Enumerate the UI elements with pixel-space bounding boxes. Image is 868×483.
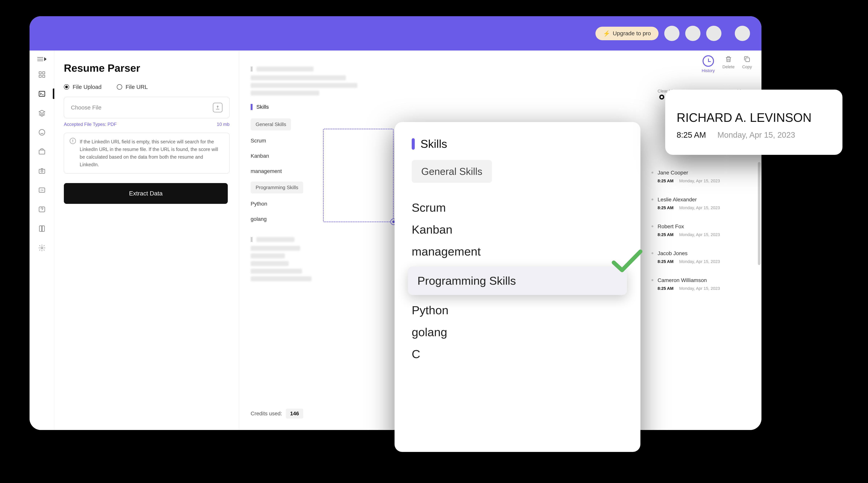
radio-file-upload[interactable]: File Upload <box>64 84 101 90</box>
nav-terminal-icon[interactable] <box>37 88 47 99</box>
popup-skill: golang <box>412 325 623 339</box>
timeline-marker-icon <box>659 95 664 99</box>
popup-programming-skills-highlight: Programming Skills <box>408 267 627 295</box>
history-label: History <box>702 68 715 73</box>
nav-layers-icon[interactable] <box>37 108 47 118</box>
popup-skill: Kanban <box>412 223 623 236</box>
accepted-types-label: Accepted File Types: PDF <box>64 122 117 127</box>
svg-text:24: 24 <box>40 189 43 192</box>
choose-file-input[interactable]: Choose File <box>64 97 229 118</box>
history-item-name: Robert Fox <box>658 223 741 230</box>
svg-rect-1 <box>42 72 45 74</box>
section-bar-icon <box>412 138 415 150</box>
trash-icon <box>725 55 732 63</box>
upgrade-label: Upgrade to pro <box>613 30 651 37</box>
nav-settings-icon[interactable] <box>37 243 47 253</box>
popup-skill: management <box>412 245 623 258</box>
scrollbar[interactable] <box>758 162 761 265</box>
svg-rect-0 <box>39 72 41 74</box>
history-card-popup: RICHARD A. LEVINSON 8:25 AM Monday, Apr … <box>665 90 842 155</box>
svg-rect-7 <box>39 169 45 173</box>
credits-value: 146 <box>286 409 303 419</box>
info-callout: ! If the LinkedIn URL field is empty, th… <box>64 133 229 174</box>
nav-briefcase-icon[interactable] <box>37 146 47 157</box>
checkmark-icon <box>610 247 644 274</box>
radio-file-url[interactable]: File URL <box>117 84 148 90</box>
svg-point-5 <box>39 129 45 135</box>
skills-popup: Skills General Skills Scrum Kanban manag… <box>395 122 641 452</box>
info-text: If the LinkedIn URL field is empty, this… <box>80 138 224 169</box>
hamburger-icon <box>37 59 43 59</box>
popup-skills-heading: Skills <box>421 137 447 150</box>
header-circle-3[interactable] <box>706 26 721 41</box>
svg-rect-4 <box>39 91 45 96</box>
history-button[interactable]: History <box>702 55 715 73</box>
history-item-time: 8:25 AM <box>658 259 674 264</box>
programming-skills-tag: Programming Skills <box>251 182 303 193</box>
extract-data-button[interactable]: Extract Data <box>64 183 228 204</box>
history-item[interactable]: Leslie Alexander 8:25 AMMonday, Apr 15, … <box>654 190 745 217</box>
svg-rect-3 <box>42 75 45 78</box>
history-item-name: Cameron Williamson <box>658 277 741 283</box>
svg-point-8 <box>41 170 43 172</box>
sidebar-toggle[interactable] <box>34 54 50 64</box>
header-circle-2[interactable] <box>685 26 701 41</box>
svg-rect-13 <box>746 58 750 62</box>
history-item[interactable]: Robert Fox 8:25 AMMonday, Apr 15, 2023 <box>654 217 745 244</box>
svg-rect-2 <box>39 75 41 78</box>
chevron-right-icon <box>44 57 46 61</box>
history-icon <box>703 55 714 67</box>
choose-file-label: Choose File <box>71 104 101 111</box>
general-skills-tag: General Skills <box>251 118 291 130</box>
history-item[interactable]: Jane Cooper 8:25 AMMonday, Apr 15, 2023 <box>654 163 745 190</box>
page-title: Resume Parser <box>64 62 229 74</box>
history-item[interactable]: Cameron Williamson 8:25 AMMonday, Apr 15… <box>654 271 745 298</box>
history-item-time: 8:25 AM <box>658 205 674 210</box>
nav-24-icon[interactable]: 24 <box>37 185 47 195</box>
history-item-time: 8:25 AM <box>658 179 674 183</box>
history-item-time: 8:25 AM <box>658 286 674 291</box>
upload-icon <box>213 103 222 112</box>
radio-on-icon <box>64 84 69 90</box>
popup-time: 8:25 AM <box>677 130 706 140</box>
credits-label: Credits used: <box>251 411 282 417</box>
copy-icon <box>743 55 751 63</box>
nav-dashboard-icon[interactable] <box>37 69 47 80</box>
delete-button[interactable]: Delete <box>722 55 735 69</box>
history-item-name: Leslie Alexander <box>658 197 741 203</box>
history-item-date: Monday, Apr 15, 2023 <box>679 205 720 210</box>
radio-file-upload-label: File Upload <box>73 84 101 90</box>
popup-skill: Scrum <box>412 201 623 214</box>
history-item-date: Monday, Apr 15, 2023 <box>679 286 720 291</box>
history-item-date: Monday, Apr 15, 2023 <box>679 259 720 264</box>
history-item[interactable]: Jacob Jones 8:25 AMMonday, Apr 15, 2023 <box>654 244 745 271</box>
copy-button[interactable]: Copy <box>742 55 752 69</box>
history-item-time: 8:25 AM <box>658 232 674 237</box>
history-item-name: Jacob Jones <box>658 250 741 256</box>
svg-rect-6 <box>39 150 45 154</box>
nav-book-icon[interactable] <box>37 223 47 234</box>
config-panel: Resume Parser File Upload File URL Choos… <box>54 51 239 430</box>
left-sidebar: 24 <box>30 51 54 430</box>
bolt-icon: ⚡ <box>603 30 610 37</box>
popup-skill: Python <box>412 303 623 317</box>
copy-label: Copy <box>742 64 752 69</box>
history-item-date: Monday, Apr 15, 2023 <box>679 179 720 183</box>
history-item-date: Monday, Apr 15, 2023 <box>679 232 720 237</box>
radio-off-icon <box>117 84 122 90</box>
nav-smile-icon[interactable] <box>37 127 47 138</box>
popup-skill: C <box>412 347 623 361</box>
max-size-label: 10 mb <box>217 122 229 127</box>
popup-highlight-label: Programming Skills <box>417 274 516 287</box>
delete-label: Delete <box>722 64 735 69</box>
top-header: ⚡ Upgrade to pro <box>30 16 762 51</box>
nav-camera-icon[interactable] <box>37 165 47 176</box>
nav-help-icon[interactable] <box>37 204 47 214</box>
svg-point-12 <box>41 247 43 249</box>
upgrade-button[interactable]: ⚡ Upgrade to pro <box>595 27 658 40</box>
radio-file-url-label: File URL <box>126 84 148 90</box>
popup-person-name: RICHARD A. LEVINSON <box>677 111 831 125</box>
header-circle-1[interactable] <box>664 26 680 41</box>
popup-general-skills-tag: General Skills <box>412 160 492 183</box>
avatar[interactable] <box>735 26 750 41</box>
